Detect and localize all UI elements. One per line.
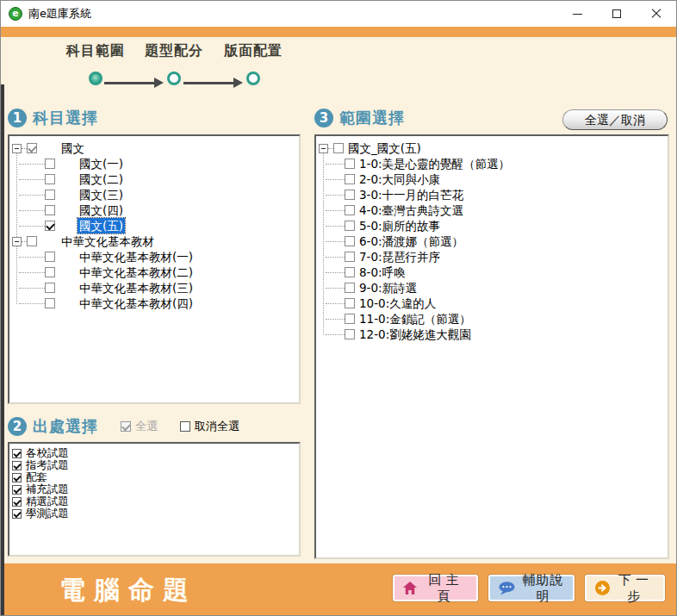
source-list-item[interactable]: 各校試題 — [12, 447, 297, 459]
tree-item-label[interactable]: 國文(三) — [78, 187, 125, 202]
tree-item-label[interactable]: 中華文化基本教材(三) — [78, 280, 195, 296]
tree-item[interactable]: 國文(四) — [19, 202, 297, 218]
next-step-button[interactable]: 下一步 — [585, 575, 665, 601]
tree-item-label[interactable]: 1-0:美是心靈的覺醒（節選） — [357, 156, 512, 171]
tree-item-label[interactable]: 國文(二) — [78, 171, 125, 187]
checkbox[interactable] — [12, 449, 22, 458]
checkbox[interactable] — [45, 283, 55, 293]
tree-item[interactable]: 國文(五) — [19, 218, 297, 233]
checkbox[interactable] — [45, 190, 55, 200]
checkbox[interactable] — [345, 205, 355, 215]
checkbox[interactable] — [45, 205, 55, 215]
help-button[interactable]: 輔助說明 — [488, 575, 575, 601]
collapse-expander-icon[interactable] — [12, 237, 22, 246]
checkbox[interactable] — [12, 485, 22, 495]
checkbox[interactable] — [345, 236, 355, 246]
checkbox[interactable] — [345, 159, 355, 169]
deselect-all-checkbox[interactable] — [180, 421, 190, 432]
checkbox[interactable] — [345, 174, 355, 184]
tree-item[interactable]: 9-0:新詩選 — [326, 280, 666, 296]
checkbox[interactable] — [333, 143, 344, 153]
source-item-label[interactable]: 學測試題 — [26, 507, 69, 520]
checkbox[interactable] — [345, 314, 355, 324]
tree-item-label[interactable]: 中華文化基本教材 — [59, 233, 156, 249]
source-item-label[interactable]: 各校試題 — [26, 447, 69, 459]
tree-item[interactable]: 中華文化基本教材(一) — [19, 249, 297, 264]
tree-item-label[interactable]: 4-0:臺灣古典詩文選 — [357, 202, 465, 218]
checkbox[interactable] — [12, 473, 22, 482]
home-button[interactable]: 回主頁 — [393, 575, 478, 601]
checkbox[interactable] — [45, 298, 55, 308]
tree-item[interactable]: 國文_國文(五) — [319, 140, 666, 156]
checkbox[interactable] — [45, 252, 55, 262]
source-list-item[interactable]: 配套 — [12, 471, 297, 483]
source-item-label[interactable]: 補充試題 — [26, 483, 69, 495]
checkbox[interactable] — [345, 298, 355, 308]
tree-item-label[interactable]: 5-0:廁所的故事 — [357, 218, 442, 233]
tree-item[interactable]: 國文 — [12, 140, 297, 156]
checkbox[interactable] — [12, 461, 22, 470]
select-all-checkbox[interactable] — [121, 421, 131, 432]
tree-item[interactable]: 國文(三) — [19, 187, 297, 202]
source-item-label[interactable]: 配套 — [26, 471, 47, 483]
tree-item-label[interactable]: 9-0:新詩選 — [357, 280, 419, 296]
tree-item-label[interactable]: 2-0:大同與小康 — [357, 171, 442, 187]
collapse-expander-icon[interactable] — [319, 144, 328, 153]
collapse-expander-icon[interactable] — [12, 144, 22, 153]
maximize-button[interactable] — [597, 1, 637, 27]
tree-item[interactable]: 4-0:臺灣古典詩文選 — [326, 202, 666, 218]
checkbox[interactable] — [45, 159, 55, 169]
tree-item[interactable]: 12-0:劉姥姥進大觀園 — [326, 327, 666, 342]
tree-item-label[interactable]: 國文 — [59, 140, 86, 156]
tree-item-label[interactable]: 12-0:劉姥姥進大觀園 — [357, 327, 473, 342]
tree-item-label[interactable]: 國文_國文(五) — [346, 140, 423, 156]
checkbox[interactable] — [345, 283, 355, 293]
tree-item-label[interactable]: 中華文化基本教材(四) — [78, 296, 195, 311]
checkbox[interactable] — [12, 497, 22, 507]
checkbox[interactable] — [345, 267, 355, 277]
tree-item-label[interactable]: 中華文化基本教材(二) — [78, 264, 195, 280]
tree-item[interactable]: 國文(一) — [19, 156, 297, 171]
tree-item-label[interactable]: 6-0:潘渡娜（節選） — [357, 233, 465, 249]
checkbox[interactable] — [12, 509, 22, 519]
checkbox[interactable] — [45, 174, 55, 184]
tree-item-label[interactable]: 11-0:金鎖記（節選） — [357, 311, 473, 327]
minimize-button[interactable] — [557, 1, 597, 27]
tree-item[interactable]: 10-0:久違的人 — [326, 296, 666, 311]
tree-item[interactable]: 8-0:呼喚 — [326, 264, 666, 280]
checkbox[interactable] — [345, 329, 355, 339]
tree-item[interactable]: 中華文化基本教材(四) — [19, 296, 297, 311]
checkbox[interactable] — [27, 143, 37, 153]
checkbox[interactable] — [345, 252, 355, 262]
tree-item[interactable]: 5-0:廁所的故事 — [326, 218, 666, 233]
source-item-label[interactable]: 精選試題 — [26, 495, 69, 507]
tree-item[interactable]: 7-0:琵琶行并序 — [326, 249, 666, 264]
tree-item-label[interactable]: 8-0:呼喚 — [357, 264, 407, 280]
checkbox[interactable] — [345, 190, 355, 200]
source-list-item[interactable]: 精選試題 — [12, 495, 297, 507]
tree-item[interactable]: 中華文化基本教材(二) — [19, 264, 297, 280]
tree-item[interactable]: 中華文化基本教材(三) — [19, 280, 297, 296]
tree-item[interactable]: 1-0:美是心靈的覺醒（節選） — [326, 156, 666, 171]
tree-item-label[interactable]: 10-0:久違的人 — [357, 296, 438, 311]
tree-item[interactable]: 中華文化基本教材 — [12, 233, 297, 249]
checkbox[interactable] — [45, 221, 55, 231]
tree-item[interactable]: 3-0:十一月的白芒花 — [326, 187, 666, 202]
tree-item-label[interactable]: 國文(一) — [78, 156, 125, 171]
tree-item-label[interactable]: 國文(五) — [78, 218, 125, 233]
tree-item[interactable]: 6-0:潘渡娜（節選） — [326, 233, 666, 249]
tree-item[interactable]: 11-0:金鎖記（節選） — [326, 311, 666, 327]
select-all-toggle-button[interactable]: 全選／取消 — [562, 109, 668, 130]
checkbox[interactable] — [27, 236, 37, 246]
tree-item-label[interactable]: 3-0:十一月的白芒花 — [357, 187, 465, 202]
close-button[interactable] — [637, 1, 676, 27]
checkbox[interactable] — [45, 267, 55, 277]
tree-item-label[interactable]: 7-0:琵琶行并序 — [357, 249, 442, 264]
checkbox[interactable] — [345, 221, 355, 231]
tree-item[interactable]: 國文(二) — [19, 171, 297, 187]
source-list-item[interactable]: 指考試題 — [12, 459, 297, 471]
source-list-item[interactable]: 學測試題 — [12, 507, 297, 520]
tree-item-label[interactable]: 中華文化基本教材(一) — [78, 249, 195, 264]
tree-item[interactable]: 2-0:大同與小康 — [326, 171, 666, 187]
source-list-item[interactable]: 補充試題 — [12, 483, 297, 495]
